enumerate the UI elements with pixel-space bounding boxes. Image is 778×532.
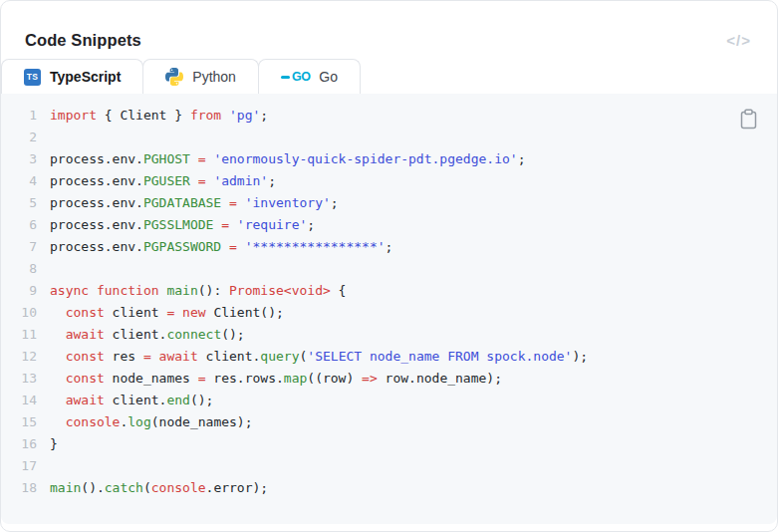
code-line: 15 console.log(node_names); (9, 411, 707, 433)
line-number: 9 (9, 280, 37, 302)
typescript-icon: TS (24, 69, 41, 86)
line-number: 3 (9, 148, 37, 170)
code-line: 13 const node_names = res.rows.map((row)… (9, 368, 707, 390)
line-number: 15 (9, 411, 37, 433)
code-line: 14 await client.end(); (9, 390, 707, 411)
code-line: 8 (9, 258, 707, 280)
line-number: 16 (9, 433, 37, 455)
code-line: 5process.env.PGDATABASE = 'inventory'; (9, 192, 707, 214)
code-line: 10 const client = new Client(); (9, 302, 707, 324)
line-number: 5 (9, 192, 37, 214)
line-number: 6 (9, 214, 37, 236)
tab-typescript[interactable]: TS TypeScript (1, 59, 143, 94)
line-number: 13 (9, 368, 37, 390)
code-block[interactable]: 1import { Client } from 'pg';23process.e… (1, 94, 777, 511)
code-line: 4process.env.PGUSER = 'admin'; (9, 170, 707, 192)
tab-label: TypeScript (50, 69, 121, 85)
line-number: 7 (9, 236, 37, 258)
line-number: 14 (9, 390, 37, 411)
line-number: 4 (9, 170, 37, 192)
tab-go[interactable]: GO Go (258, 59, 361, 94)
tab-python[interactable]: Python (142, 59, 259, 94)
line-number: 2 (9, 127, 37, 148)
go-icon: GO (281, 70, 310, 84)
code-panel: 1import { Client } from 'pg';23process.e… (1, 94, 777, 524)
python-icon (165, 68, 183, 86)
code-line: 12 const res = await client.query('SELEC… (9, 346, 707, 368)
page-title: Code Snippets (25, 31, 141, 50)
code-snippets-card: Code Snippets </> TS TypeScript Python G… (0, 0, 778, 532)
line-number: 11 (9, 324, 37, 346)
code-line: 3process.env.PGHOST = 'enormously-quick-… (9, 148, 707, 170)
code-line: 1import { Client } from 'pg'; (9, 105, 707, 127)
tab-label: Python (192, 69, 236, 85)
line-number: 18 (9, 477, 37, 499)
code-line: 18main().catch(console.error); (9, 477, 707, 499)
code-line: 16} (9, 433, 707, 455)
code-line: 9async function main(): Promise<void> { (9, 280, 707, 302)
tab-label: Go (319, 69, 338, 85)
line-number: 12 (9, 346, 37, 368)
go-dash (281, 76, 290, 79)
line-number: 17 (9, 455, 37, 477)
code-line: 11 await client.connect(); (9, 324, 707, 346)
line-number: 1 (9, 105, 37, 127)
copy-button[interactable] (735, 106, 761, 132)
language-tabs: TS TypeScript Python GO Go (1, 59, 777, 94)
card-header: Code Snippets </> (1, 1, 777, 59)
code-line: 7process.env.PGPASSWORD = '*************… (9, 236, 707, 258)
code-icon: </> (726, 32, 751, 49)
clipboard-icon (739, 109, 758, 130)
code-line: 6process.env.PGSSLMODE = 'require'; (9, 214, 707, 236)
line-number: 8 (9, 258, 37, 280)
code-line: 17 (9, 455, 707, 477)
code-line: 2 (9, 127, 707, 148)
line-number: 10 (9, 302, 37, 324)
